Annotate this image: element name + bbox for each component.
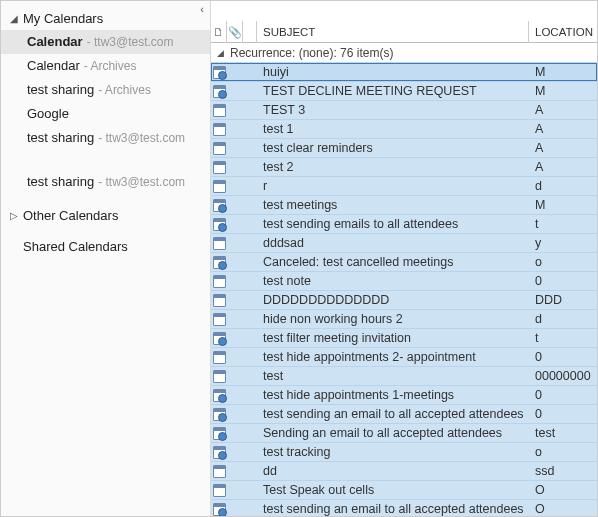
calendar-item[interactable]: test sharing- ttw3@test.com — [1, 126, 210, 150]
table-row[interactable]: hide non working hours 2d — [211, 310, 597, 329]
section-label: Other Calendars — [23, 208, 118, 223]
appointment-icon — [211, 367, 227, 386]
subject-cell: test tracking — [257, 445, 529, 459]
table-row[interactable]: Sending an email to all accepted attende… — [211, 424, 597, 443]
subject-cell: test sending emails to all attendees — [257, 217, 529, 231]
appointment-icon — [211, 139, 227, 158]
table-row[interactable]: TEST DECLINE MEETING REQUESTM — [211, 82, 597, 101]
table-row[interactable]: test 2A — [211, 158, 597, 177]
appointment-icon — [211, 481, 227, 500]
table-row[interactable]: test sending an email to all accepted at… — [211, 405, 597, 424]
table-row[interactable]: test note0 — [211, 272, 597, 291]
appointment-icon — [211, 291, 227, 310]
column-icon[interactable]: 🗋 — [211, 21, 227, 43]
subject-cell: test sending an email to all accepted at… — [257, 502, 529, 516]
calendar-item[interactable]: Google — [1, 102, 210, 126]
subject-cell: test — [257, 369, 529, 383]
subject-cell: huiyi — [257, 65, 529, 79]
table-row[interactable]: rd — [211, 177, 597, 196]
location-cell: d — [529, 312, 597, 326]
table-row[interactable]: DDDDDDDDDDDDDDDDD — [211, 291, 597, 310]
group-label: Recurrence: (none): 76 item(s) — [230, 46, 393, 60]
column-subject[interactable]: SUBJECT — [257, 21, 529, 43]
location-cell: 00000000 — [529, 369, 597, 383]
subject-cell: test hide appointments 1-meetings — [257, 388, 529, 402]
table-row[interactable]: test 1A — [211, 120, 597, 139]
appointment-icon — [211, 158, 227, 177]
table-row[interactable]: dddsady — [211, 234, 597, 253]
meeting-icon — [211, 424, 227, 443]
location-cell: test — [529, 426, 597, 440]
subject-cell: test clear reminders — [257, 141, 529, 155]
subject-cell: dd — [257, 464, 529, 478]
table-row[interactable]: test hide appointments 2- appointment0 — [211, 348, 597, 367]
table-row[interactable]: test sending emails to all attendeest — [211, 215, 597, 234]
appointment-icon — [211, 177, 227, 196]
table-row[interactable]: ddssd — [211, 462, 597, 481]
column-attachment[interactable]: 📎 — [227, 21, 243, 43]
column-headers: 🗋 📎 SUBJECT LOCATION — [211, 21, 597, 43]
calendar-name: test sharing — [27, 81, 94, 99]
table-row[interactable]: Canceled: test cancelled meetingso — [211, 253, 597, 272]
meeting-icon — [211, 215, 227, 234]
table-row[interactable]: Test Speak out cellsO — [211, 481, 597, 500]
section-my-calendars[interactable]: ◢ My Calendars — [1, 7, 210, 28]
caret-right-icon: ▷ — [9, 210, 19, 221]
appointment-icon — [211, 462, 227, 481]
table-row[interactable]: test filter meeting invitationt — [211, 329, 597, 348]
table-row[interactable]: test meetingsM — [211, 196, 597, 215]
location-cell: A — [529, 122, 597, 136]
collapse-panel-button[interactable]: ‹ — [200, 3, 204, 15]
location-cell: o — [529, 255, 597, 269]
meeting-icon — [211, 196, 227, 215]
caret-down-icon: ◢ — [9, 13, 19, 24]
column-location[interactable]: LOCATION — [529, 21, 597, 43]
calendar-suffix: - ttw3@test.com — [87, 33, 174, 51]
calendar-item[interactable]: Calendar- ttw3@test.com — [1, 30, 210, 54]
location-cell: M — [529, 198, 597, 212]
calendar-suffix: - ttw3@test.com — [98, 173, 185, 191]
location-cell: 0 — [529, 407, 597, 421]
table-row[interactable]: test trackingo — [211, 443, 597, 462]
appointment-icon — [211, 101, 227, 120]
calendar-item[interactable]: Calendar- Archives — [1, 54, 210, 78]
app-frame: ‹ ◢ My Calendars Calendar- ttw3@test.com… — [0, 0, 598, 517]
appointment-icon — [211, 272, 227, 291]
calendar-name: Calendar — [27, 57, 80, 75]
location-cell: M — [529, 84, 597, 98]
location-cell: y — [529, 236, 597, 250]
table-row[interactable]: TEST 3A — [211, 101, 597, 120]
location-cell: ssd — [529, 464, 597, 478]
table-row[interactable]: huiyiM — [211, 63, 597, 82]
calendar-item[interactable]: test sharing- Archives — [1, 78, 210, 102]
table-row[interactable]: test sending an email to all accepted at… — [211, 500, 597, 516]
meeting-icon — [211, 63, 227, 82]
subject-cell: hide non working hours 2 — [257, 312, 529, 326]
subject-cell: DDDDDDDDDDDDDD — [257, 293, 529, 307]
meeting-icon — [211, 386, 227, 405]
location-cell: DDD — [529, 293, 597, 307]
calendar-suffix: - Archives — [84, 57, 137, 75]
subject-cell: test meetings — [257, 198, 529, 212]
content-panel: 🗋 📎 SUBJECT LOCATION ◢ Recurrence: (none… — [211, 1, 597, 516]
subject-cell: test sending an email to all accepted at… — [257, 407, 529, 421]
calendar-item[interactable]: test sharing- ttw3@test.com — [1, 170, 210, 194]
meeting-icon — [211, 443, 227, 462]
rows-container: huiyiMTEST DECLINE MEETING REQUESTMTEST … — [211, 63, 597, 516]
calendar-name: test sharing — [27, 173, 94, 191]
subject-cell: test note — [257, 274, 529, 288]
location-cell: O — [529, 483, 597, 497]
table-row[interactable]: test clear remindersA — [211, 139, 597, 158]
calendar-name: Calendar — [27, 33, 83, 51]
location-cell: o — [529, 445, 597, 459]
calendar-suffix: - Archives — [98, 81, 151, 99]
table-row[interactable]: test00000000 — [211, 367, 597, 386]
table-row[interactable]: test hide appointments 1-meetings0 — [211, 386, 597, 405]
subject-cell: test hide appointments 2- appointment — [257, 350, 529, 364]
location-cell: t — [529, 217, 597, 231]
group-header[interactable]: ◢ Recurrence: (none): 76 item(s) — [211, 43, 597, 63]
section-other-calendars[interactable]: ▷ Other Calendars — [1, 204, 210, 225]
section-shared-calendars[interactable]: Shared Calendars — [1, 235, 210, 256]
column-spacer — [243, 21, 257, 43]
appointment-icon — [211, 234, 227, 253]
